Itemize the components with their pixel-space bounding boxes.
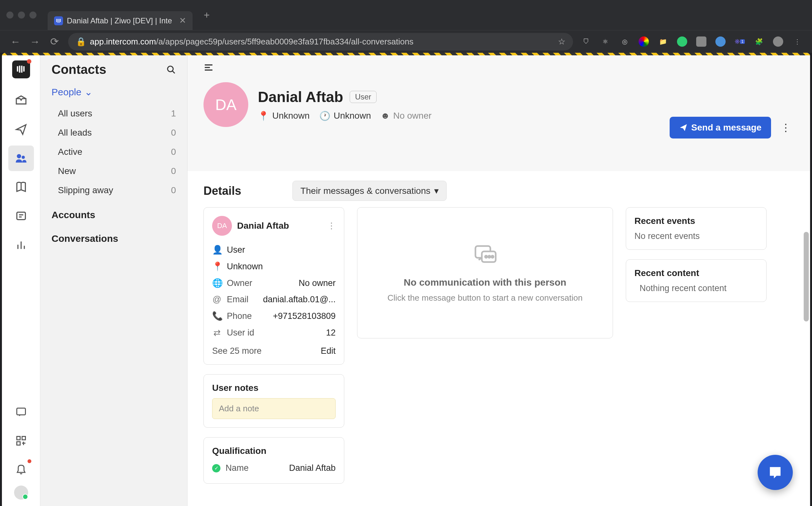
attr-userid: ⇄ User id 12 <box>212 324 336 341</box>
back-button[interactable]: ← <box>10 36 21 48</box>
recent-events-card: Recent events No recent events <box>626 207 766 250</box>
sidebar-item-active[interactable]: Active0 <box>40 142 187 162</box>
forward-button[interactable]: → <box>29 36 40 48</box>
card-more-icon[interactable]: ⋮ <box>327 221 336 231</box>
header-more-icon[interactable]: ⋮ <box>778 118 794 137</box>
people-dropdown[interactable]: People ⌄ <box>40 86 187 104</box>
svg-rect-2 <box>59 19 60 23</box>
check-icon: ✓ <box>212 464 221 473</box>
svg-rect-7 <box>23 66 24 72</box>
intercom-favicon <box>54 16 63 25</box>
reload-button[interactable]: ⟳ <box>49 35 60 48</box>
url-text: app.intercom.com/a/apps/pagec59p/users/5… <box>90 37 554 47</box>
rail-operator[interactable] <box>8 203 34 229</box>
notes-title: User notes <box>212 383 336 393</box>
icon-rail <box>2 53 40 506</box>
clock-icon: 🕐 <box>319 111 330 121</box>
star-icon[interactable]: ☆ <box>558 37 565 47</box>
browser-tab-bar: Danial Aftab | Ziwo [DEV] | Inte ✕ + <box>0 0 812 30</box>
svg-point-28 <box>488 256 490 258</box>
main-panel: DA Danial Aftab User 📍 Unknown 🕐 Unkn <box>187 53 810 506</box>
rail-contacts[interactable] <box>8 146 34 171</box>
svg-rect-1 <box>58 19 58 23</box>
edit-link[interactable]: Edit <box>321 346 336 356</box>
ext-puzzle-icon[interactable]: 🧩 <box>754 36 764 47</box>
sidebar-conversations[interactable]: Conversations <box>40 224 187 247</box>
panel-menu-icon[interactable] <box>204 62 794 73</box>
content-title: Recent content <box>634 268 758 278</box>
svg-rect-6 <box>21 66 22 73</box>
svg-rect-16 <box>17 408 25 415</box>
sidebar-item-new[interactable]: New0 <box>40 162 187 181</box>
rail-user-avatar[interactable] <box>14 486 28 500</box>
svg-line-21 <box>172 71 175 73</box>
qual-name-row: ✓ Name Danial Aftab <box>212 461 336 475</box>
rail-messenger[interactable] <box>8 399 34 425</box>
caret-down-icon: ▾ <box>434 185 438 196</box>
rail-reports[interactable] <box>8 232 34 257</box>
ext-blue-icon[interactable] <box>715 36 726 47</box>
rail-articles[interactable] <box>8 174 34 200</box>
person-icon: 👤 <box>212 245 222 255</box>
rail-inbox[interactable] <box>8 88 34 113</box>
svg-rect-0 <box>56 19 57 22</box>
close-tab-icon[interactable]: ✕ <box>179 16 186 25</box>
pin-icon: 📍 <box>212 261 222 271</box>
search-icon[interactable] <box>166 65 176 75</box>
svg-rect-3 <box>60 19 61 22</box>
svg-point-29 <box>491 256 494 258</box>
extension-icons: ⛉ ⚛ ◎ 📁 ❋1 🧩 ⋮ <box>581 36 802 47</box>
conversations-empty: No communication with this person Click … <box>357 207 613 338</box>
rail-apps[interactable] <box>8 428 34 453</box>
minimize-window[interactable] <box>18 11 25 18</box>
pin-icon: 📍 <box>258 111 269 121</box>
contact-avatar: DA <box>204 82 248 127</box>
ext-shield-icon[interactable]: ⛉ <box>581 36 591 47</box>
ext-atom-icon[interactable]: ⚛ <box>600 36 611 47</box>
people-label: People <box>52 87 81 98</box>
sidebar-item-all-leads[interactable]: All leads0 <box>40 123 187 142</box>
rail-notifications[interactable] <box>8 457 34 482</box>
svg-rect-19 <box>17 442 20 445</box>
new-tab-button[interactable]: + <box>204 9 210 21</box>
sidebar-item-all-users[interactable]: All users1 <box>40 104 187 123</box>
qualification-title: Qualification <box>212 446 336 456</box>
phone-icon: 📞 <box>212 311 222 321</box>
rail-outbound[interactable] <box>8 117 34 142</box>
address-bar[interactable]: 🔒 app.intercom.com/a/apps/pagec59p/users… <box>68 33 573 51</box>
notes-card: User notes Add a note <box>204 374 344 428</box>
sidebar-accounts[interactable]: Accounts <box>40 200 187 224</box>
scrollbar[interactable] <box>804 232 809 322</box>
ext-circle-icon[interactable]: ◎ <box>620 36 630 47</box>
ext-flower-icon[interactable]: ❋1 <box>735 36 745 47</box>
globe-icon: 🌐 <box>212 278 222 288</box>
ext-green-icon[interactable] <box>677 36 687 47</box>
profile-avatar[interactable] <box>773 36 783 47</box>
attr-type: 👤 User <box>212 242 336 258</box>
close-window[interactable] <box>6 11 13 18</box>
mini-name: Danial Aftab <box>237 221 322 231</box>
svg-rect-10 <box>17 212 25 220</box>
messages-dropdown[interactable]: Their messages & conversations ▾ <box>293 181 446 201</box>
maximize-window[interactable] <box>29 11 36 18</box>
tab-title: Danial Aftab | Ziwo [DEV] | Inte <box>67 16 172 25</box>
browser-toolbar: ← → ⟳ 🔒 app.intercom.com/a/apps/pagec59p… <box>0 30 812 53</box>
browser-tab[interactable]: Danial Aftab | Ziwo [DEV] | Inte ✕ <box>48 11 192 30</box>
see-more-link[interactable]: See 25 more <box>212 346 262 356</box>
browser-menu-icon[interactable]: ⋮ <box>792 36 802 47</box>
add-note-input[interactable]: Add a note <box>212 398 336 419</box>
svg-point-20 <box>168 66 173 72</box>
intercom-logo[interactable] <box>12 61 30 78</box>
attr-email: @ Email danial.aftab.01@... <box>212 291 336 308</box>
sidebar-item-slipping[interactable]: Slipping away0 <box>40 181 187 200</box>
ext-color-icon[interactable] <box>639 36 649 47</box>
ext-gray-icon[interactable] <box>696 36 707 47</box>
recent-content-card: Recent content Nothing recent content <box>626 259 766 302</box>
attr-phone: 📞 Phone +971528103809 <box>212 308 336 324</box>
contact-type-badge: User <box>350 91 377 103</box>
contact-time: 🕐 Unknown <box>319 111 371 121</box>
ext-folder-icon[interactable]: 📁 <box>658 36 668 47</box>
intercom-launcher[interactable] <box>758 455 793 490</box>
window-controls <box>6 11 36 18</box>
send-message-button[interactable]: Send a message <box>670 117 771 139</box>
